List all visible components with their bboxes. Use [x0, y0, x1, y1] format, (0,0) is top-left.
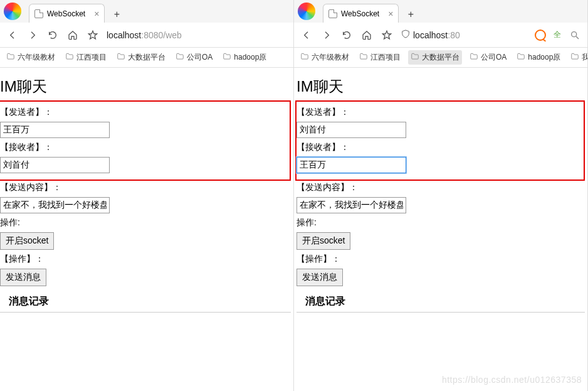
browser-window-right: WebSocket × + localhost:80 全 六年级教材 江西项目 … — [294, 0, 588, 391]
back-button[interactable] — [6, 29, 19, 41]
send-button[interactable]: 发送消息 — [0, 269, 46, 286]
search-icon[interactable] — [569, 29, 581, 41]
page-content: IM聊天 【发送者】： 【接收者】： 【发送内容】： 操作: 开启socket … — [294, 68, 587, 314]
sender-input[interactable] — [0, 122, 110, 138]
bookmarks-bar: 六年级教材 江西项目 大数据平台 公司OA hadoop原 我的书签 — [294, 48, 587, 68]
toolbar: localhost:8080/web — [0, 23, 293, 48]
receiver-input[interactable] — [297, 157, 406, 173]
browser-brand-icon — [298, 3, 315, 20]
bookmark-item[interactable]: 公司OA — [173, 50, 215, 65]
watermark: https://blog.csdn.net/u012637358 — [442, 375, 582, 385]
folder-icon — [65, 52, 74, 63]
bookmark-item[interactable]: 江西项目 — [357, 50, 403, 65]
receiver-input[interactable] — [0, 157, 110, 173]
highlight-box: 【发送者】： 【接收者】： — [295, 100, 585, 181]
shield-icon — [401, 29, 411, 41]
folder-icon — [517, 52, 525, 63]
toolbar: localhost:80 全 — [294, 23, 587, 48]
log-heading: 消息记录 — [305, 295, 585, 308]
reload-button[interactable] — [340, 29, 353, 41]
bookmark-item[interactable]: hadoop原 — [514, 50, 563, 65]
browser-brand-icon — [4, 3, 21, 20]
content-label: 【发送内容】： — [0, 182, 291, 193]
bookmark-item[interactable]: 江西项目 — [63, 50, 109, 65]
bookmark-item[interactable]: hadoop原 — [220, 50, 269, 65]
sender-input[interactable] — [297, 122, 406, 138]
new-tab-button[interactable]: + — [402, 6, 419, 23]
bookmark-item[interactable]: 六年级教材 — [4, 50, 58, 65]
bookmark-item[interactable]: 我的书签 — [568, 50, 587, 65]
folder-icon — [223, 52, 231, 63]
new-tab-button[interactable]: + — [108, 6, 125, 23]
content-input[interactable] — [297, 197, 406, 213]
url-text: localhost:8080/web — [107, 30, 182, 40]
reload-button[interactable] — [46, 29, 59, 41]
360-icon[interactable] — [535, 29, 546, 41]
back-button[interactable] — [300, 29, 313, 41]
tab-strip: WebSocket × + — [294, 0, 587, 23]
svg-point-2 — [572, 31, 577, 36]
folder-icon — [117, 52, 125, 63]
op-label: 操作: — [0, 217, 291, 228]
folder-icon — [300, 52, 309, 63]
folder-icon — [570, 52, 579, 63]
tab-websocket[interactable]: WebSocket × — [29, 4, 105, 23]
page-title: IM聊天 — [297, 77, 585, 97]
folder-icon — [359, 52, 368, 63]
divider — [297, 312, 585, 313]
folder-icon — [470, 52, 478, 63]
tab-title: WebSocket — [47, 9, 85, 18]
bookmark-item[interactable]: 公司OA — [467, 50, 509, 65]
svg-marker-1 — [382, 31, 391, 39]
content-label: 【发送内容】： — [297, 182, 585, 193]
bookmarks-bar: 六年级教材 江西项目 大数据平台 公司OA hadoop原 — [0, 48, 293, 68]
star-button[interactable] — [381, 29, 393, 41]
bookmark-item[interactable]: 大数据平台 — [408, 50, 462, 65]
receiver-label: 【接收者】： — [297, 142, 576, 153]
divider — [0, 312, 291, 313]
folder-icon — [6, 52, 15, 63]
log-heading: 消息记录 — [9, 295, 291, 308]
bookmark-item[interactable]: 大数据平台 — [114, 50, 168, 65]
close-tab-icon[interactable]: × — [388, 9, 393, 19]
page-title: IM聊天 — [0, 77, 291, 97]
address-bar[interactable]: localhost:8080/web — [107, 30, 287, 40]
page-icon — [34, 9, 43, 18]
open-socket-button[interactable]: 开启socket — [297, 232, 350, 250]
page-icon — [328, 9, 337, 18]
close-tab-icon[interactable]: × — [94, 9, 99, 19]
address-bar[interactable]: localhost:80 — [401, 29, 527, 41]
bookmark-item[interactable]: 六年级教材 — [298, 50, 352, 65]
highlight-box: 【发送者】： 【接收者】： — [0, 100, 291, 181]
tab-strip: WebSocket × + — [0, 0, 293, 23]
content-input[interactable] — [0, 197, 110, 213]
folder-icon — [411, 52, 419, 63]
svg-line-3 — [576, 36, 579, 39]
tab-title: WebSocket — [341, 9, 379, 18]
action-label: 【操作】： — [0, 254, 291, 265]
receiver-label: 【接收者】： — [0, 142, 282, 153]
folder-icon — [176, 52, 184, 63]
star-button[interactable] — [87, 29, 99, 41]
forward-button[interactable] — [320, 29, 333, 41]
page-content: IM聊天 【发送者】： 【接收者】： 【发送内容】： 操作: 开启socket … — [0, 68, 293, 314]
home-button[interactable] — [360, 29, 373, 41]
browser-window-left: WebSocket × + localhost:8080/web 六年级教材 江… — [0, 0, 294, 391]
action-label: 【操作】： — [297, 254, 585, 265]
url-text: localhost:80 — [413, 30, 460, 40]
sender-label: 【发送者】： — [0, 107, 282, 118]
forward-button[interactable] — [26, 29, 39, 41]
op-label: 操作: — [297, 217, 585, 228]
svg-marker-0 — [88, 31, 97, 39]
q-label: 全 — [554, 29, 561, 40]
sender-label: 【发送者】： — [297, 107, 576, 118]
home-button[interactable] — [66, 29, 79, 41]
send-button[interactable]: 发送消息 — [297, 269, 343, 286]
tab-websocket[interactable]: WebSocket × — [323, 4, 399, 23]
open-socket-button[interactable]: 开启socket — [0, 232, 54, 250]
